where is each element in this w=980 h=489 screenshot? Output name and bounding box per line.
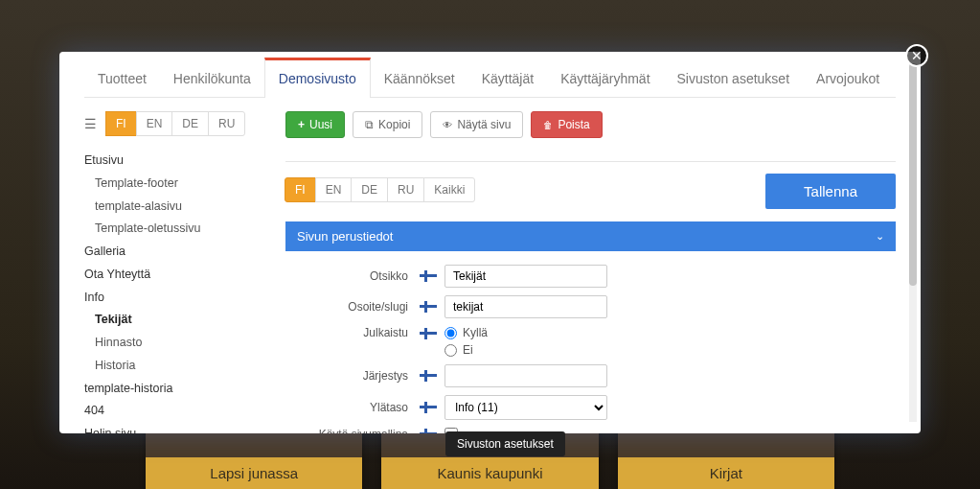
copy-icon (365, 118, 374, 131)
flag-fi-icon (420, 429, 437, 433)
radio-yes[interactable]: Kyllä (444, 326, 488, 339)
tab-demosite[interactable]: Demosivusto (264, 58, 371, 98)
tab-site-settings[interactable]: Sivuston asetukset (664, 58, 804, 97)
trash-icon (543, 118, 553, 131)
tree-item[interactable]: Info (84, 287, 285, 310)
tab-users[interactable]: Käyttäjät (468, 58, 547, 97)
card-label: Lapsi junassa (146, 457, 362, 489)
lang-de[interactable]: DE (171, 111, 209, 136)
label-slug: Osoite/slugi (285, 300, 420, 314)
tab-products[interactable]: Tuotteet (84, 58, 160, 97)
lang2-ru[interactable]: RU (387, 177, 424, 202)
lang-en[interactable]: EN (136, 111, 173, 136)
tab-translations[interactable]: Käännökset (371, 58, 468, 97)
tree-item[interactable]: Historia (84, 355, 285, 378)
tree-item[interactable]: Etusivu (84, 150, 285, 173)
eye-icon (443, 118, 452, 131)
page-tree: EtusivuTemplate-footertemplate-alasivuTe… (84, 150, 285, 433)
modal: ✕ Tuotteet Henkilökunta Demosivusto Kään… (59, 52, 921, 433)
flag-fi-icon (420, 301, 437, 313)
radio-no[interactable]: Ei (444, 343, 488, 357)
show-button[interactable]: Näytä sivu (430, 111, 523, 138)
label-parent: Ylätaso (285, 401, 420, 414)
order-input[interactable] (444, 364, 607, 387)
lang2-fi[interactable]: FI (285, 177, 316, 202)
tree-item[interactable]: template-alasivu (84, 196, 285, 219)
plus-icon (298, 118, 305, 131)
label-title: Otsikko (285, 269, 420, 283)
tab-usergroups[interactable]: Käyttäjäryhmät (547, 58, 663, 97)
close-button[interactable]: ✕ (905, 44, 928, 67)
new-button[interactable]: Uusi (285, 111, 345, 138)
panel-title: Sivun perustiedot (297, 229, 393, 244)
panel-header[interactable]: Sivun perustiedot ⌄ (285, 221, 896, 251)
flag-fi-icon (420, 402, 437, 413)
tab-bar: Tuotteet Henkilökunta Demosivusto Käännö… (84, 58, 896, 98)
lang2-all[interactable]: Kaikki (423, 177, 475, 202)
tree-item[interactable]: Galleria (84, 241, 285, 264)
tree-item[interactable]: Template-oletussivu (84, 218, 285, 241)
label-order: Järjestys (285, 369, 420, 383)
tree-item[interactable]: Tekijät (84, 309, 285, 332)
parent-select[interactable]: Info (11) (444, 395, 607, 420)
chevron-down-icon: ⌄ (876, 230, 884, 243)
tree-item[interactable]: Template-footer (84, 173, 285, 196)
copy-button[interactable]: Kopioi (353, 111, 422, 138)
tree-item[interactable]: template-historia (84, 378, 285, 401)
tree-item[interactable]: Helin sivu (84, 423, 285, 433)
save-button[interactable]: Tallenna (765, 174, 896, 209)
tree-item[interactable]: Hinnasto (84, 332, 285, 355)
flag-fi-icon (420, 370, 437, 382)
scrollbar[interactable] (909, 63, 917, 422)
main-panel: Uusi Kopioi Näytä sivu Poista FI EN DE R… (285, 111, 896, 433)
label-template: Käytä sivumallina (285, 428, 420, 433)
sidebar: ☰ FI EN DE RU EtusivuTemplate-footertemp… (84, 111, 285, 433)
tab-valuesets[interactable]: Arvojoukot (803, 58, 893, 97)
lang-ru[interactable]: RU (208, 111, 245, 136)
lang2-en[interactable]: EN (315, 177, 353, 202)
delete-button[interactable]: Poista (531, 111, 602, 138)
lang-fi[interactable]: FI (105, 111, 137, 136)
title-input[interactable] (444, 265, 607, 288)
tooltip: Sivuston asetukset (445, 431, 565, 456)
lang2-de[interactable]: DE (351, 177, 388, 202)
tab-staff[interactable]: Henkilökunta (160, 58, 264, 97)
slug-input[interactable] (444, 295, 607, 318)
tree-item[interactable]: 404 (84, 400, 285, 423)
menu-icon[interactable]: ☰ (84, 116, 97, 131)
label-published: Julkaistu (285, 326, 420, 339)
card-label: Kaunis kaupunki (381, 457, 598, 489)
tree-item[interactable]: Ota Yhteyttä (84, 264, 285, 287)
flag-fi-icon (420, 270, 437, 282)
form: Otsikko Osoite/slugi Julkaistu Kyllä (285, 251, 896, 433)
card-label: Kirjat (618, 457, 834, 489)
flag-fi-icon (420, 328, 437, 339)
